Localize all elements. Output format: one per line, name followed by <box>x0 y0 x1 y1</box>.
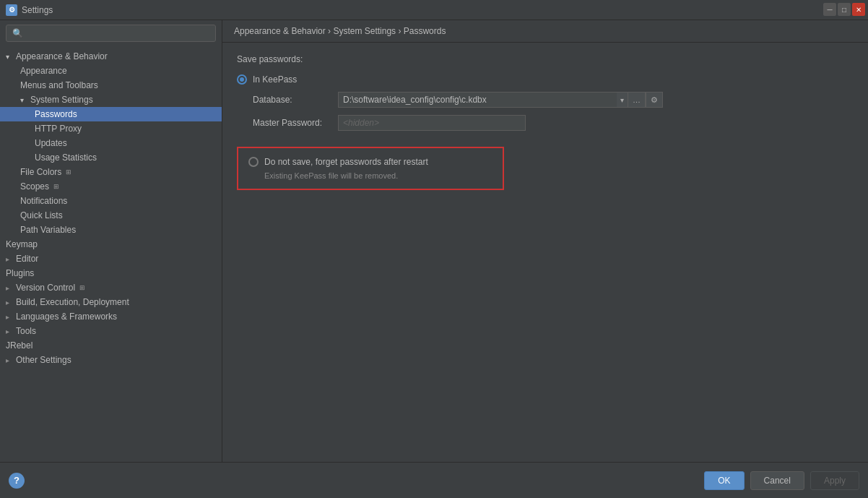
do-not-save-radio-row: Do not save, forget passwords after rest… <box>248 157 492 167</box>
sidebar-item-usage-statistics[interactable]: Usage Statistics <box>0 150 222 165</box>
sidebar-item-label: Quick Lists <box>20 210 63 220</box>
breadcrumb: Appearance & Behavior › System Settings … <box>222 20 868 43</box>
sidebar-item-label: Passwords <box>35 109 77 119</box>
do-not-save-radio-btn[interactable] <box>248 157 259 167</box>
master-password-row: Master Password: <box>237 115 854 131</box>
sidebar-item-label: HTTP Proxy <box>35 124 82 134</box>
database-input-group: ▾ … ⚙ <box>338 92 663 108</box>
expand-arrow-icon: ▸ <box>6 299 13 306</box>
sidebar-item-keymap[interactable]: Keymap <box>0 237 222 252</box>
cancel-button[interactable]: Cancel <box>750 471 804 490</box>
sidebar-item-label: Other Settings <box>16 355 71 365</box>
in-keepass-radio[interactable]: In KeePass <box>237 74 297 85</box>
sidebar-item-appearance-behavior[interactable]: ▾ Appearance & Behavior <box>0 49 222 64</box>
master-password-input[interactable] <box>338 115 526 131</box>
sidebar-item-label: Menus and Toolbars <box>20 80 98 90</box>
maximize-button[interactable]: □ <box>838 3 851 16</box>
extra-icon: ⊞ <box>52 182 61 191</box>
close-button[interactable]: ✕ <box>852 3 865 16</box>
app-icon: ⚙ <box>6 4 17 16</box>
minimize-button[interactable]: ─ <box>823 3 836 16</box>
sidebar-item-label: Scopes <box>20 181 49 192</box>
sidebar-item-appearance[interactable]: Appearance <box>0 64 222 78</box>
expand-arrow-icon: ▸ <box>6 284 13 292</box>
sidebar-item-label: Keymap <box>6 239 38 249</box>
window-title: Settings <box>22 5 53 15</box>
content-area: 🔍 ▾ Appearance & Behavior Appearance Men… <box>0 20 868 462</box>
sidebar-item-build-execution[interactable]: ▸ Build, Execution, Deployment <box>0 295 222 309</box>
keepass-warning-text: Existing KeePass file will be removed. <box>248 171 492 180</box>
expand-arrow-icon: ▸ <box>6 313 13 321</box>
database-settings-btn[interactable]: ⚙ <box>646 92 663 108</box>
sidebar-item-label: Build, Execution, Deployment <box>16 297 129 307</box>
sidebar-item-label: Updates <box>35 138 67 148</box>
sidebar-item-label: Notifications <box>20 196 67 206</box>
sidebar-item-label: JRebel <box>6 340 32 351</box>
do-not-save-option-box: Do not save, forget passwords after rest… <box>237 147 504 190</box>
sidebar-item-version-control[interactable]: ▸ Version Control ⊞ <box>0 280 222 295</box>
in-keepass-radio-btn[interactable] <box>237 74 247 85</box>
sidebar-item-file-colors[interactable]: File Colors ⊞ <box>0 165 222 179</box>
bottom-bar: ? OK Cancel Apply <box>0 462 868 498</box>
expand-arrow-icon: ▾ <box>6 53 13 61</box>
do-not-save-container: Do not save, forget passwords after rest… <box>237 141 854 190</box>
title-bar: ⚙ Settings ─ □ ✕ <box>0 0 868 20</box>
in-keepass-row: In KeePass <box>237 74 854 85</box>
database-label: Database: <box>253 95 332 105</box>
sidebar-item-path-variables[interactable]: Path Variables <box>0 223 222 237</box>
extra-icon: ⊞ <box>78 283 87 292</box>
master-password-label: Master Password: <box>253 118 332 128</box>
extra-icon: ⊞ <box>64 168 73 176</box>
sidebar-item-label: Appearance <box>20 66 67 76</box>
sidebar-item-updates[interactable]: Updates <box>0 136 222 150</box>
sidebar-item-label: Usage Statistics <box>35 153 97 163</box>
sidebar-item-plugins[interactable]: Plugins <box>0 266 222 280</box>
expand-arrow-icon: ▸ <box>6 327 13 335</box>
sidebar-item-label: System Settings <box>30 95 93 105</box>
sidebar-item-quick-lists[interactable]: Quick Lists <box>0 208 222 223</box>
sidebar-item-languages-frameworks[interactable]: ▸ Languages & Frameworks <box>0 309 222 324</box>
database-row: Database: ▾ … ⚙ <box>237 92 854 108</box>
sidebar-item-label: Version Control <box>16 283 75 293</box>
sidebar-tree: ▾ Appearance & Behavior Appearance Menus… <box>0 46 222 462</box>
settings-content: Save passwords: In KeePass Database: ▾ … <box>222 43 868 462</box>
sidebar-item-menus-toolbars[interactable]: Menus and Toolbars <box>0 78 222 93</box>
sidebar-item-notifications[interactable]: Notifications <box>0 194 222 208</box>
right-panel: Appearance & Behavior › System Settings … <box>222 20 868 462</box>
sidebar-item-label: Appearance & Behavior <box>16 51 108 61</box>
main-container: 🔍 ▾ Appearance & Behavior Appearance Men… <box>0 20 868 498</box>
sidebar-item-label: File Colors <box>20 167 61 177</box>
apply-button[interactable]: Apply <box>810 471 859 490</box>
search-box[interactable]: 🔍 <box>6 25 216 42</box>
window-controls: ─ □ ✕ <box>823 3 865 16</box>
sidebar-item-tools[interactable]: ▸ Tools <box>0 324 222 338</box>
search-icon: 🔍 <box>12 28 23 38</box>
bottom-buttons: OK Cancel Apply <box>704 471 859 490</box>
sidebar-item-label: Plugins <box>6 268 34 278</box>
save-passwords-label: Save passwords: <box>237 54 854 64</box>
sidebar-item-jrebel[interactable]: JRebel <box>0 338 222 353</box>
sidebar-item-http-proxy[interactable]: HTTP Proxy <box>0 121 222 136</box>
sidebar-item-system-settings[interactable]: ▾ System Settings <box>0 93 222 107</box>
database-dropdown-btn[interactable]: ▾ <box>617 92 628 108</box>
sidebar: 🔍 ▾ Appearance & Behavior Appearance Men… <box>0 20 222 462</box>
do-not-save-radio[interactable]: Do not save, forget passwords after rest… <box>248 157 428 167</box>
sidebar-item-label: Path Variables <box>20 225 76 235</box>
sidebar-item-label: Languages & Frameworks <box>16 312 117 322</box>
in-keepass-label: In KeePass <box>253 74 297 85</box>
do-not-save-label: Do not save, forget passwords after rest… <box>264 157 428 167</box>
database-browse-btn[interactable]: … <box>628 92 646 108</box>
sidebar-item-other-settings[interactable]: ▸ Other Settings <box>0 353 222 367</box>
sidebar-item-label: Tools <box>16 326 36 336</box>
expand-arrow-icon: ▾ <box>20 96 27 104</box>
help-button[interactable]: ? <box>9 473 25 489</box>
sidebar-item-passwords[interactable]: Passwords <box>0 107 222 121</box>
sidebar-item-label: Editor <box>16 254 38 264</box>
search-input[interactable] <box>27 28 209 38</box>
expand-arrow-icon: ▸ <box>6 356 13 364</box>
database-input[interactable] <box>338 92 617 108</box>
ok-button[interactable]: OK <box>704 471 744 490</box>
sidebar-item-editor[interactable]: ▸ Editor <box>0 252 222 266</box>
expand-arrow-icon: ▸ <box>6 255 13 263</box>
sidebar-item-scopes[interactable]: Scopes ⊞ <box>0 179 222 194</box>
